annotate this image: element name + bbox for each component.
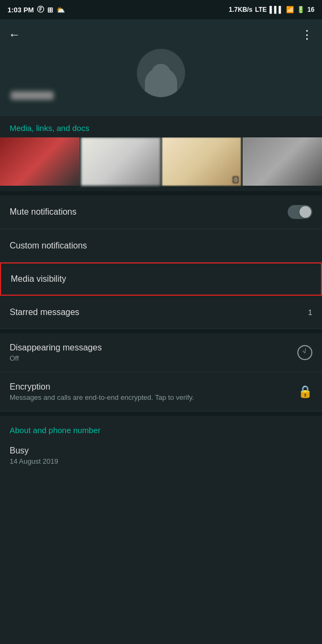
battery-level: 16 bbox=[308, 6, 314, 13]
custom-notifications-text: Custom notifications bbox=[10, 241, 312, 251]
grid-icon: ⊞ bbox=[47, 6, 53, 14]
back-button[interactable]: ← bbox=[9, 28, 20, 42]
divider-2 bbox=[0, 329, 322, 333]
media-section-title: Media, links, and docs bbox=[10, 123, 89, 133]
custom-notifications-label: Custom notifications bbox=[10, 241, 312, 251]
encryption-label: Encryption bbox=[10, 382, 298, 392]
profile-header: ← ⋮ bbox=[0, 19, 322, 116]
media-thumbnail-3[interactable]: 0 bbox=[162, 137, 241, 186]
signal-lte-icon: LTE bbox=[255, 6, 267, 13]
media-count: 0 bbox=[232, 176, 239, 184]
mute-notifications-text: Mute notifications bbox=[10, 207, 288, 217]
status-bar-left: 1:03 PM Ⓕ ⊞ ⛅ bbox=[8, 5, 65, 14]
media-visibility-item[interactable]: Media visibility bbox=[0, 262, 322, 296]
media-thumbnail-1[interactable] bbox=[0, 137, 79, 186]
media-visibility-label: Media visibility bbox=[11, 274, 311, 284]
divider-1 bbox=[0, 191, 322, 195]
battery-icon: 🔋 bbox=[297, 6, 305, 13]
signal-bars-icon: ▌▌▌ bbox=[269, 6, 283, 13]
encryption-text: Encryption Messages and calls are end-to… bbox=[10, 382, 298, 401]
more-options-button[interactable]: ⋮ bbox=[301, 28, 313, 42]
divider-3 bbox=[0, 412, 322, 416]
about-status-date: 14 August 2019 bbox=[10, 457, 312, 465]
avatar-head bbox=[151, 64, 171, 83]
media-thumbnail-2[interactable] bbox=[81, 137, 160, 186]
mute-toggle[interactable] bbox=[288, 205, 312, 219]
mute-notifications-item[interactable]: Mute notifications bbox=[0, 195, 322, 229]
custom-notifications-item[interactable]: Custom notifications bbox=[0, 229, 322, 262]
time-display: 1:03 PM bbox=[8, 6, 34, 14]
facebook-icon: Ⓕ bbox=[37, 5, 44, 14]
disappearing-messages-sublabel: Off bbox=[10, 354, 297, 362]
status-bar-right: 1.7KB/s LTE ▌▌▌ 📶 🔋 16 bbox=[229, 6, 314, 13]
timer-icon bbox=[297, 345, 312, 360]
starred-messages-label: Starred messages bbox=[10, 308, 302, 317]
about-section-title: About and phone number bbox=[10, 426, 100, 435]
cloud-icon: ⛅ bbox=[56, 6, 65, 14]
about-status-value: Busy bbox=[10, 446, 312, 456]
encryption-item[interactable]: Encryption Messages and calls are end-to… bbox=[0, 372, 322, 412]
starred-messages-item[interactable]: Starred messages 1 bbox=[0, 296, 322, 329]
about-section: About and phone number Busy 14 August 20… bbox=[0, 416, 322, 473]
disappearing-messages-section: Disappearing messages Off Encryption Mes… bbox=[0, 333, 322, 412]
profile-name bbox=[11, 91, 54, 100]
mute-toggle-wrap[interactable] bbox=[288, 205, 312, 219]
disappearing-messages-item[interactable]: Disappearing messages Off bbox=[0, 333, 322, 372]
disappearing-messages-label: Disappearing messages bbox=[10, 343, 297, 353]
status-bar: 1:03 PM Ⓕ ⊞ ⛅ 1.7KB/s LTE ▌▌▌ 📶 🔋 16 bbox=[0, 0, 322, 19]
settings-list: Mute notifications Custom notifications … bbox=[0, 195, 322, 329]
media-strip[interactable]: 0 bbox=[0, 137, 322, 191]
media-visibility-text: Media visibility bbox=[11, 274, 311, 284]
mute-notifications-label: Mute notifications bbox=[10, 207, 288, 217]
about-status-item[interactable]: Busy 14 August 2019 bbox=[0, 440, 322, 473]
avatar bbox=[137, 49, 185, 97]
starred-messages-badge: 1 bbox=[302, 308, 312, 317]
disappearing-messages-text: Disappearing messages Off bbox=[10, 343, 297, 362]
lock-icon: 🔒 bbox=[298, 385, 312, 399]
media-section-header: Media, links, and docs bbox=[0, 116, 322, 137]
media-thumbnail-4[interactable] bbox=[243, 137, 322, 186]
toggle-knob bbox=[299, 206, 311, 218]
starred-messages-text: Starred messages bbox=[10, 308, 302, 317]
network-speed: 1.7KB/s bbox=[229, 6, 252, 13]
encryption-sublabel: Messages and calls are end-to-end encryp… bbox=[10, 393, 298, 401]
about-section-header: About and phone number bbox=[0, 416, 322, 440]
wifi-icon: 📶 bbox=[286, 6, 294, 13]
